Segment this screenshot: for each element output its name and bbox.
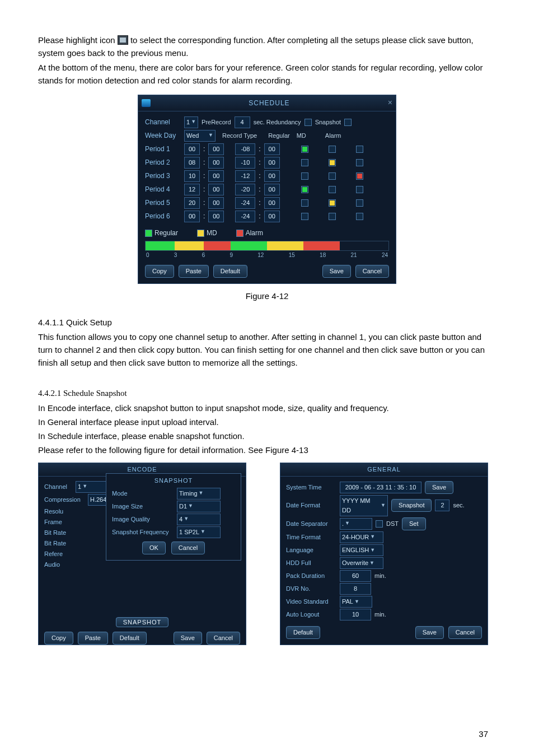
dst-checkbox[interactable] — [376, 520, 383, 528]
period-start-h[interactable]: 12 — [184, 184, 200, 195]
period-start-h[interactable]: 00 — [184, 143, 200, 155]
snapshot-interval-input[interactable]: 2 — [435, 500, 449, 511]
period-md-checkbox[interactable] — [329, 146, 336, 153]
period-regular-checkbox[interactable] — [301, 213, 308, 220]
video-select[interactable]: PAL▼ — [340, 596, 372, 608]
schedule-snapshot-heading: 4.4.2.1 Schedule Snapshot — [38, 387, 496, 400]
popup-size-select[interactable]: D1▼ — [177, 501, 221, 512]
period-md-checkbox[interactable] — [329, 172, 336, 180]
auto-input[interactable]: 10 — [340, 609, 371, 620]
enc-save-button[interactable]: Save — [174, 632, 202, 645]
datefmt-select[interactable]: YYYY MM DD▼ — [340, 495, 388, 516]
dvr-input[interactable]: 8 — [340, 583, 371, 595]
period-start-h[interactable]: 00 — [184, 211, 200, 222]
enc-copy-button[interactable]: Copy — [44, 632, 73, 645]
schedule-icon — [142, 99, 151, 107]
popup-ok-button[interactable]: OK — [142, 542, 166, 554]
cancel-button[interactable]: Cancel — [355, 265, 389, 278]
enc-bitrate2-label: Bit Rate — [44, 539, 72, 548]
channel-label: Channel — [145, 117, 181, 128]
enc-paste-button[interactable]: Paste — [78, 632, 108, 645]
snapshot-interval-button[interactable]: Snapshot — [391, 499, 432, 512]
enc-bitrate-label: Bit Rate — [44, 528, 72, 538]
gen-save-button[interactable]: Save — [415, 626, 444, 639]
period-md-checkbox[interactable] — [329, 186, 336, 193]
weekday-select[interactable]: Wed▼ — [184, 130, 216, 142]
period-start-h[interactable]: 10 — [184, 170, 200, 182]
period-alarm-checkbox[interactable] — [356, 199, 363, 207]
period-end-h[interactable]: -24 — [235, 211, 255, 222]
period-md-checkbox[interactable] — [329, 213, 336, 220]
close-icon[interactable]: × — [388, 97, 392, 109]
period-alarm-checkbox[interactable] — [356, 146, 363, 153]
gen-default-button[interactable]: Default — [286, 626, 320, 639]
period-alarm-checkbox[interactable] — [356, 186, 363, 193]
period-label: Period 5 — [145, 198, 181, 208]
paste-button[interactable]: Paste — [179, 265, 209, 278]
period-start-m[interactable]: 00 — [208, 143, 224, 155]
snapshot-button[interactable]: SNAPSHOT — [116, 617, 169, 627]
snap-p3: In Schedule interface, please enable sna… — [38, 430, 496, 442]
popup-mode-select[interactable]: Timing▼ — [177, 488, 221, 500]
gen-cancel-button[interactable]: Cancel — [448, 626, 482, 639]
panel-title: SCHEDULE — [151, 98, 388, 109]
period-end-h[interactable]: -12 — [235, 170, 255, 182]
period-start-m[interactable]: 00 — [208, 211, 224, 222]
timefmt-select[interactable]: 24-HOUR▼ — [340, 531, 383, 543]
period-start-m[interactable]: 00 — [208, 157, 224, 169]
period-alarm-checkbox[interactable] — [356, 159, 363, 166]
period-end-m[interactable]: 00 — [264, 170, 280, 182]
period-start-m[interactable]: 00 — [208, 184, 224, 195]
systime-input[interactable]: 2009 - 06 - 23 11 : 35 : 10 — [340, 482, 421, 493]
prerecord-input[interactable]: 4 — [235, 116, 250, 128]
period-start-m[interactable]: 00 — [208, 170, 224, 182]
period-start-h[interactable]: 08 — [184, 157, 200, 169]
period-regular-checkbox[interactable] — [301, 146, 308, 153]
period-row: Period 520:00-24:00 — [145, 197, 389, 209]
period-regular-checkbox[interactable] — [301, 186, 308, 193]
lang-select[interactable]: ENGLISH▼ — [340, 544, 383, 556]
period-regular-checkbox[interactable] — [301, 159, 308, 166]
period-end-h[interactable]: -24 — [235, 197, 255, 209]
datesep-select[interactable]: .▼ — [340, 518, 372, 530]
period-regular-checkbox[interactable] — [301, 199, 308, 207]
enc-cancel-button[interactable]: Cancel — [207, 632, 240, 645]
dst-set-button[interactable]: Set — [402, 517, 426, 530]
period-end-m[interactable]: 00 — [264, 197, 280, 209]
period-end-h[interactable]: -08 — [235, 143, 255, 155]
save-button[interactable]: Save — [322, 265, 351, 278]
pack-input[interactable]: 60 — [340, 570, 371, 582]
enc-channel-select[interactable]: 1▼ — [76, 481, 108, 493]
period-alarm-checkbox[interactable] — [356, 172, 363, 180]
period-start-h[interactable]: 20 — [184, 197, 200, 209]
default-button[interactable]: Default — [213, 265, 247, 278]
intro-paragraph-2: At the bottom of the menu, there are col… — [38, 61, 496, 87]
popup-quality-select[interactable]: 4▼ — [177, 514, 221, 525]
enc-channel-label: Channel — [44, 482, 72, 492]
period-end-m[interactable]: 00 — [264, 157, 280, 169]
period-row: Period 100:00-08:00 — [145, 143, 389, 155]
period-label: Period 6 — [145, 211, 181, 222]
popup-freq-select[interactable]: 1 SP2L▼ — [177, 526, 221, 538]
period-alarm-checkbox[interactable] — [356, 213, 363, 220]
period-md-checkbox[interactable] — [329, 159, 336, 166]
copy-button[interactable]: Copy — [145, 265, 174, 278]
enc-default-button[interactable]: Default — [113, 632, 147, 645]
period-end-h[interactable]: -20 — [235, 184, 255, 195]
redundancy-checkbox[interactable] — [305, 119, 312, 126]
hdd-select[interactable]: Overwrite▼ — [340, 557, 383, 569]
col-regular: Regular — [268, 131, 290, 141]
period-end-m[interactable]: 00 — [264, 184, 280, 195]
timeline-bar — [145, 241, 389, 251]
popup-cancel-button[interactable]: Cancel — [171, 542, 205, 554]
period-start-m[interactable]: 00 — [208, 197, 224, 209]
period-end-m[interactable]: 00 — [264, 211, 280, 222]
period-md-checkbox[interactable] — [329, 199, 336, 207]
period-end-m[interactable]: 00 — [264, 143, 280, 155]
period-row: Period 208:00-10:00 — [145, 157, 389, 169]
systime-save-button[interactable]: Save — [425, 481, 453, 494]
snapshot-checkbox[interactable] — [344, 119, 352, 126]
period-regular-checkbox[interactable] — [301, 172, 308, 180]
period-end-h[interactable]: -10 — [235, 157, 255, 169]
channel-select[interactable]: 1▼ — [184, 116, 198, 128]
